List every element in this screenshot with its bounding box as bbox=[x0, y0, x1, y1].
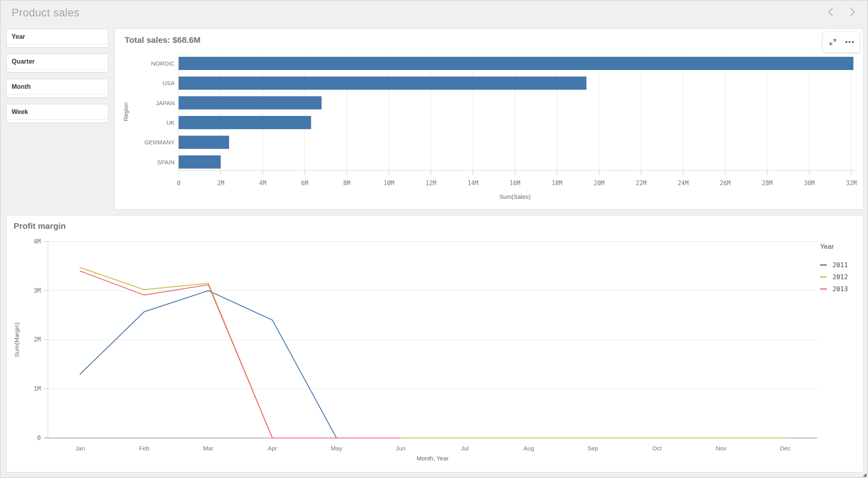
svg-text:Sep: Sep bbox=[587, 445, 598, 452]
sales-by-region-bar-chart[interactable]: 02M4M6M8M10M12M14M16M18M20M22M24M26M28M3… bbox=[115, 29, 863, 209]
filter-label: Week bbox=[12, 108, 28, 116]
legend-item-2012[interactable]: 2012 bbox=[820, 271, 848, 283]
sales-by-region-panel: Total sales: $68.6M 02M4M6M8M10M12M14M16… bbox=[114, 28, 864, 210]
svg-text:USA: USA bbox=[162, 80, 175, 86]
svg-text:JAPAN: JAPAN bbox=[156, 100, 175, 106]
line-chart-title: Profit margin bbox=[14, 221, 66, 231]
svg-text:GERMANY: GERMANY bbox=[144, 139, 175, 146]
svg-text:Sum(Sales): Sum(Sales) bbox=[499, 193, 530, 200]
svg-text:Region: Region bbox=[122, 102, 129, 122]
svg-text:UK: UK bbox=[166, 119, 175, 126]
svg-text:Month, Year: Month, Year bbox=[416, 455, 448, 462]
svg-text:32M: 32M bbox=[846, 180, 857, 187]
filter-pane-month[interactable]: Month bbox=[6, 79, 108, 98]
filter-label: Month bbox=[12, 83, 31, 90]
svg-text:14M: 14M bbox=[468, 180, 478, 187]
more-options-button[interactable] bbox=[843, 36, 856, 49]
svg-text:28M: 28M bbox=[762, 180, 772, 187]
page-title: Product sales bbox=[12, 7, 80, 19]
filter-label: Quarter bbox=[12, 58, 35, 65]
svg-text:18M: 18M bbox=[551, 180, 562, 187]
svg-text:30M: 30M bbox=[804, 180, 814, 187]
legend-label: 2013 bbox=[832, 285, 848, 293]
legend-label: 2012 bbox=[832, 273, 848, 281]
legend-swatch bbox=[820, 288, 827, 290]
svg-text:Jun: Jun bbox=[396, 445, 405, 452]
svg-text:3M: 3M bbox=[34, 287, 41, 294]
next-sheet-button[interactable] bbox=[846, 6, 858, 18]
svg-text:22M: 22M bbox=[636, 180, 647, 187]
filter-pane-week[interactable]: Week bbox=[6, 104, 108, 123]
legend-item-2011[interactable]: 2011 bbox=[820, 259, 848, 271]
svg-text:Dec: Dec bbox=[780, 445, 790, 452]
svg-text:24M: 24M bbox=[678, 180, 689, 187]
previous-sheet-button[interactable] bbox=[825, 6, 837, 18]
expand-icon bbox=[828, 37, 838, 47]
svg-text:Aug: Aug bbox=[524, 445, 534, 452]
svg-text:4M: 4M bbox=[34, 238, 41, 245]
svg-text:NORDIC: NORDIC bbox=[151, 60, 175, 67]
filter-label: Year bbox=[12, 33, 25, 40]
profit-margin-line-chart[interactable]: 01M2M3M4MJanFebMarAprMayJunJulAugSepOctN… bbox=[6, 216, 863, 472]
svg-text:2M: 2M bbox=[34, 336, 41, 343]
chart-legend: Year 2011 2012 2013 bbox=[820, 243, 848, 295]
svg-text:Mar: Mar bbox=[203, 445, 213, 452]
legend-item-2013[interactable]: 2013 bbox=[820, 283, 848, 295]
svg-text:Oct: Oct bbox=[652, 445, 662, 452]
svg-text:Jan: Jan bbox=[75, 445, 85, 452]
chevron-left-icon bbox=[825, 6, 837, 18]
legend-title: Year bbox=[820, 243, 848, 251]
svg-text:12M: 12M bbox=[426, 180, 436, 187]
svg-text:0: 0 bbox=[177, 180, 180, 187]
profit-margin-panel: Profit margin 01M2M3M4MJanFebMarAprMayJu… bbox=[6, 215, 864, 472]
svg-text:8M: 8M bbox=[343, 180, 350, 187]
svg-text:10M: 10M bbox=[383, 180, 394, 187]
legend-label: 2011 bbox=[832, 261, 848, 269]
svg-text:20M: 20M bbox=[593, 180, 604, 187]
legend-swatch bbox=[820, 276, 827, 278]
svg-text:16M: 16M bbox=[510, 180, 520, 187]
ellipsis-icon bbox=[844, 37, 855, 47]
chevron-right-icon bbox=[846, 6, 858, 18]
bar-chart-title: Total sales: $68.6M bbox=[125, 35, 201, 45]
svg-text:Feb: Feb bbox=[139, 445, 149, 452]
svg-text:Apr: Apr bbox=[268, 445, 277, 452]
svg-text:SPAIN: SPAIN bbox=[157, 159, 175, 166]
svg-text:1M: 1M bbox=[34, 385, 41, 392]
svg-text:0: 0 bbox=[37, 434, 41, 442]
svg-text:2M: 2M bbox=[217, 180, 224, 187]
svg-text:6M: 6M bbox=[301, 180, 309, 187]
svg-text:26M: 26M bbox=[720, 180, 731, 187]
sheet-navigation bbox=[825, 6, 858, 18]
legend-swatch bbox=[820, 264, 827, 266]
chart-hover-toolbar bbox=[823, 32, 860, 52]
svg-text:Sum(Margin): Sum(Margin) bbox=[13, 322, 20, 357]
app-root: Product sales Year Quarter Month Week To… bbox=[0, 0, 868, 478]
expand-button[interactable] bbox=[826, 36, 840, 49]
svg-text:Nov: Nov bbox=[716, 445, 727, 452]
resize-handle[interactable] bbox=[861, 472, 867, 477]
svg-text:4M: 4M bbox=[259, 180, 266, 187]
filter-pane-quarter[interactable]: Quarter bbox=[6, 54, 108, 72]
filter-pane-year[interactable]: Year bbox=[6, 29, 108, 48]
svg-text:May: May bbox=[331, 445, 342, 452]
svg-text:Jul: Jul bbox=[461, 445, 468, 452]
